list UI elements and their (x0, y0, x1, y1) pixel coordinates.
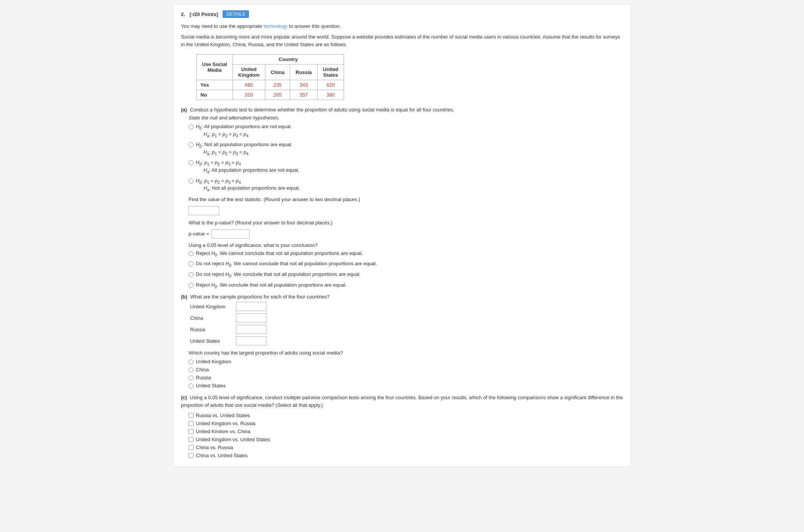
row-yes-china: 235 (265, 80, 290, 90)
prop-uk-input[interactable] (236, 302, 266, 311)
conclusion-radio-3[interactable] (189, 272, 194, 277)
proportions-grid: United Kingdom China Russia United State… (190, 302, 623, 345)
question-number: 2. (181, 11, 185, 17)
which-radio-china: China (189, 367, 623, 372)
part-a: (a) Conduct a hypothesis test to determi… (181, 107, 623, 289)
cb-russia-us-label: Russia vs. United States (196, 413, 250, 418)
col-us: UnitedStates (317, 64, 344, 80)
find-stat-label: Find the value of the test statistic. (R… (189, 197, 623, 202)
prop-russia-input[interactable] (236, 325, 266, 334)
cb-uk-russia-label: United Kingdom vs. Russia (196, 421, 255, 426)
part-b-label: (b) What are the sample proportions for … (181, 294, 623, 300)
prop-us-input[interactable] (236, 336, 266, 345)
hypothesis-radio-2[interactable] (189, 142, 194, 147)
conclusion-option-2: Do not reject H0. We cannot conclude tha… (189, 261, 623, 268)
col-russia: Russia (290, 64, 318, 80)
row-yes-russia: 343 (290, 80, 318, 90)
cb-china-russia-label: China vs. Russia (196, 445, 233, 450)
hypothesis-radio-4[interactable] (189, 179, 194, 184)
part-a-label: (a) Conduct a hypothesis test to determi… (181, 107, 623, 113)
cb-china-russia[interactable] (189, 445, 194, 450)
data-table: Use SocialMedia Country UnitedKingdom Ch… (196, 54, 344, 100)
conclusion-option-3: Do not reject H0. We conclude that not a… (189, 271, 623, 278)
which-radio-uk: United Kingdom (189, 359, 623, 364)
find-stat-section: Find the value of the test statistic. (R… (189, 197, 623, 215)
which-radio-china-input[interactable] (189, 368, 194, 372)
conclusion-text-4: Reject H0. We conclude that not all popu… (196, 282, 347, 289)
row-yes-us: 620 (317, 80, 344, 90)
checkbox-china-russia: China vs. Russia (189, 445, 623, 450)
prop-china-label: China (190, 313, 236, 322)
row-yes-uk: 480 (232, 80, 265, 90)
which-radio-uk-input[interactable] (189, 360, 194, 364)
conclusion-text-1: Reject H0. We cannot conclude that not a… (196, 250, 363, 257)
checkbox-uk-china: United Kindom vs. China (189, 429, 623, 434)
part-b: (b) What are the sample proportions for … (181, 294, 623, 389)
conclusion-text-3: Do not reject H0. We conclude that not a… (196, 271, 361, 278)
table-row-no: No 320 265 357 380 (197, 90, 344, 100)
conclusion-option-4: Reject H0. We conclude that not all popu… (189, 282, 623, 289)
conclusion-radio-2[interactable] (189, 261, 194, 266)
pvalue-prefix: p-value = (189, 231, 209, 237)
table-row-yes: Yes 480 235 343 620 (197, 80, 344, 90)
cb-uk-russia[interactable] (189, 421, 194, 426)
question-points: [-/20 Points] (190, 11, 218, 17)
which-uk-label: United Kingdom (196, 359, 231, 364)
cb-china-us[interactable] (189, 453, 194, 458)
h0-4: H0: p1 = p2 = p3 = p4 (196, 178, 300, 185)
h0-3: H0: p1 = p2 = p3 = p4 (196, 160, 299, 166)
checkbox-section: Russia vs. United States United Kingdom … (189, 413, 623, 458)
hypothesis-option-1: H0: All population proportions are not e… (189, 124, 623, 138)
part-b-text: What are the sample proportions for each… (190, 294, 329, 300)
which-radio-us-input[interactable] (189, 384, 194, 389)
checkbox-uk-russia: United Kingdom vs. Russia (189, 421, 623, 426)
data-table-wrapper: Use SocialMedia Country UnitedKingdom Ch… (196, 54, 623, 100)
part-a-text: Conduct a hypothesis test to determine w… (190, 107, 454, 113)
row-yes-label: Yes (197, 80, 233, 90)
part-c-text-content: Using a 0.05 level of significance, cond… (181, 395, 623, 408)
ha-2: Ha: p1 = p2 = p3 = p4 (203, 149, 292, 156)
prop-us-label: United States (190, 336, 236, 345)
cb-uk-us-label: United Kingdom vs. United States (196, 437, 270, 442)
details-button[interactable]: DETAILS (223, 10, 249, 18)
cb-uk-us[interactable] (189, 437, 194, 442)
which-russia-label: Russia (196, 375, 211, 380)
col-china: China (265, 64, 290, 80)
which-us-label: United States (196, 383, 226, 389)
pvalue-label: What is the p-value? (Round your answer … (189, 220, 623, 226)
which-china-label: China (196, 367, 209, 372)
test-statistic-input[interactable] (189, 206, 219, 215)
cb-uk-china[interactable] (189, 429, 194, 434)
cb-russia-us[interactable] (189, 413, 194, 418)
checkbox-china-us: China vs. United States (189, 453, 623, 458)
use-social-header: Use SocialMedia (197, 55, 233, 80)
technology-link[interactable]: technology (263, 23, 287, 29)
row-no-label: No (197, 90, 233, 100)
hypothesis-state-label: State the null and alternative hypothese… (189, 115, 623, 121)
pvalue-section: What is the p-value? (Round your answer … (189, 220, 623, 239)
page-container: 2. [-/20 Points] DETAILS You may need to… (173, 4, 631, 467)
which-radio-us: United States (189, 383, 623, 389)
conclusion-option-1: Reject H0. We cannot conclude that not a… (189, 250, 623, 257)
conclusion-label: Using a 0.05 level of significance, what… (189, 242, 623, 248)
prop-china-input[interactable] (236, 313, 266, 322)
checkbox-uk-us: United Kingdom vs. United States (189, 437, 623, 442)
prop-uk-label: United Kingdom (190, 302, 236, 311)
pvalue-input[interactable] (211, 229, 250, 239)
ha-3: Ha: All population proportions are not e… (203, 167, 299, 174)
hypothesis-section: State the null and alternative hypothese… (189, 115, 623, 192)
h0-1: H0: All population proportions are not e… (196, 124, 292, 131)
checkbox-russia-us: Russia vs. United States (189, 413, 623, 418)
ha-1: Ha: p1 = p2 = p3 = p4 (203, 131, 292, 138)
cb-uk-china-label: United Kindom vs. China (196, 429, 250, 434)
row-no-us: 380 (317, 90, 344, 100)
hypothesis-option-2: H0: Not all population proportions are e… (189, 142, 623, 156)
conclusion-radio-4[interactable] (189, 283, 194, 288)
conclusion-radio-1[interactable] (189, 251, 194, 256)
pvalue-row: p-value = (189, 229, 623, 239)
conclusion-text-2: Do not reject H0. We cannot conclude tha… (196, 261, 377, 268)
which-radio-russia-input[interactable] (189, 376, 194, 380)
row-no-uk: 320 (232, 90, 265, 100)
hypothesis-radio-1[interactable] (189, 124, 194, 129)
hypothesis-radio-3[interactable] (189, 160, 194, 165)
